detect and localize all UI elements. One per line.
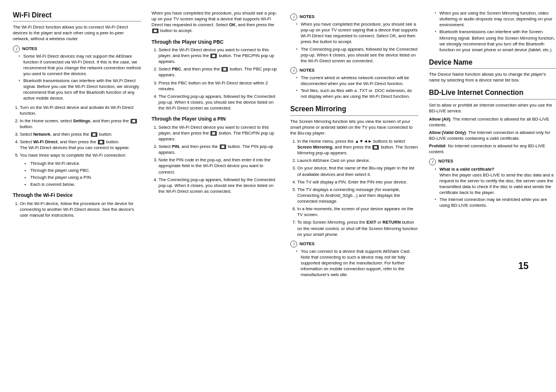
- pin-steps: Select the Wi-Fi Direct device you want …: [152, 125, 280, 195]
- col3-note-4: Text files, such as files with a .TXT or…: [296, 88, 418, 100]
- bd-allow-item-2: Allow (Valid Only): The Internet connect…: [429, 130, 556, 142]
- col3-notes-label-2: 𝑖 NOTES: [290, 67, 418, 74]
- col4-note-1: When you are using the Screen Mirroring …: [435, 10, 556, 28]
- col3-notes-list-2: The current wired or wireless network co…: [290, 75, 418, 100]
- btn-icon-1: [131, 119, 137, 123]
- bd-live-intro: Set to allow or prohibit an Internet con…: [429, 103, 556, 114]
- sm-step-2: Launch AllShare Cast on your device.: [297, 158, 418, 164]
- wifi-step-3: Select Network, and then press the butto…: [20, 132, 141, 137]
- bd-live-title: BD-Live Internet Connection: [429, 88, 556, 99]
- pbc-step-3: Press the PBC button on the Wi-Fi Direct…: [159, 80, 280, 92]
- wifi-direct-intro: The Wi-Fi Direct function allows you to …: [13, 24, 141, 42]
- bd-notes-block: 𝑖 NOTES What is a valid certificate? Whe…: [429, 158, 556, 209]
- column-3: 𝑖 NOTES When you have completed the proc…: [290, 10, 418, 281]
- col3-notes-block-1: 𝑖 NOTES When you have completed the proc…: [290, 13, 418, 64]
- sm-step-1: In the Home menu, press the ▲▼◄► buttons…: [297, 139, 418, 156]
- pin-step-1: Select the Wi-Fi Direct device you want …: [159, 125, 280, 142]
- notes-icon-1: 𝑖: [13, 45, 20, 52]
- col4-note-2: Bluetooth transmissions can interfere wi…: [435, 29, 556, 53]
- wifi-note-1: Some Wi-Fi Direct devices may not suppor…: [19, 54, 141, 77]
- device-name-intro: The Device Name function allows you to c…: [429, 72, 556, 83]
- btn-icon-8: [220, 144, 226, 149]
- sm-notes-list: You can connect to a device that support…: [290, 249, 418, 278]
- wifi-notes-label: 𝑖 NOTES: [13, 45, 141, 52]
- notes-icon-3: 𝑖: [290, 67, 297, 74]
- bd-note-question: What is a valid certificate? When the pl…: [435, 167, 556, 196]
- col2-continuation: When you have completed the procedure, y…: [152, 10, 280, 34]
- bd-note-restricted: The Internet connection may be restricte…: [435, 197, 556, 209]
- btn-icon-5: [210, 54, 217, 58]
- pbc-step-2: Select PBC, and then press the button. T…: [159, 66, 280, 78]
- notes-icon-4: 𝑖: [290, 241, 297, 248]
- sm-note-1: You can connect to a device that support…: [296, 249, 418, 278]
- column-4: When you are using the Screen Mirroring …: [429, 10, 556, 281]
- wifi-step-2: In the Home screen, select Settings, and…: [20, 118, 141, 130]
- screen-mirroring-intro: The Screen Mirroring function lets you v…: [290, 119, 418, 136]
- col4-notes-list: When you are using the Screen Mirroring …: [429, 10, 556, 53]
- wifi-step-4: Select Wi-Fi Direct, and then press the …: [20, 139, 141, 151]
- screen-mirroring-steps: In the Home menu, press the ▲▼◄► buttons…: [290, 139, 418, 238]
- bd-notes-label: 𝑖 NOTES: [429, 158, 556, 165]
- wifi-sub-4: Each is covered below.: [24, 182, 141, 188]
- btn-icon-6: [221, 67, 228, 72]
- notes-icon-2: 𝑖: [290, 13, 297, 20]
- pin-step-4: The Connecting pop-up appears, followed …: [159, 177, 280, 195]
- column-1: Wi-Fi Direct The Wi-Fi Direct function a…: [13, 10, 141, 281]
- wifi-notes-block: 𝑖 NOTES Some Wi-Fi Direct devices may no…: [13, 45, 141, 102]
- through-wifi-device-title: Through the Wi-Fi Device: [13, 192, 141, 199]
- pin-title: Through the Player Using a PIN: [152, 116, 280, 122]
- sm-step-4: The TV will display a PIN. Enter the PIN…: [297, 179, 418, 185]
- wifi-step-5: You have three ways to complete the Wi-F…: [20, 153, 141, 188]
- sm-step-5: The TV displays a connecting message (fo…: [297, 187, 418, 204]
- notes-icon-5: 𝑖: [429, 158, 436, 165]
- wifi-steps-list: Turn on the Wi-Fi direct device and acti…: [13, 105, 141, 188]
- sm-step-6: In a few moments, the screen of your dev…: [297, 206, 418, 218]
- bd-allow-list: Allow (All): The Internet connection is …: [429, 116, 556, 156]
- col3-note-2: The Connecting pop-up appears, followed …: [296, 47, 418, 64]
- bd-allow-item-1: Allow (All): The Internet connection is …: [429, 116, 556, 128]
- wifi-step-1: Turn on the Wi-Fi direct device and acti…: [20, 105, 141, 116]
- pbc-title: Through the Player Using PBC: [152, 39, 280, 45]
- wifi-note-2: Bluetooth transmissions can interfere wi…: [19, 78, 141, 102]
- pbc-step-1: Select the Wi-Fi Direct device you want …: [159, 47, 280, 65]
- wifi-sub-1: Through the Wi-Fi device.: [24, 161, 141, 167]
- wifi-substeps: Through the Wi-Fi device. Through the pl…: [20, 161, 141, 188]
- pbc-steps: Select the Wi-Fi Direct device you want …: [152, 47, 280, 111]
- col3-notes-block-2: 𝑖 NOTES The current wired or wireless ne…: [290, 67, 418, 100]
- screen-mirroring-title: Screen Mirroring: [290, 104, 418, 115]
- pbc-step-4: The Connecting pop-up appears, followed …: [159, 94, 280, 111]
- wifi-notes-list: Some Wi-Fi Direct devices may not suppor…: [13, 54, 141, 102]
- sm-step-7: To stop Screen Mirroring, press the EXIT…: [297, 220, 418, 237]
- pin-step-3: Note the PIN code in the pop-up, and the…: [159, 157, 280, 175]
- pin-step-2: Select PIN, and then press the button. T…: [159, 144, 280, 156]
- through-wifi-device-steps: On the Wi-Fi device, follow the procedur…: [13, 201, 141, 218]
- btn-icon-7: [210, 131, 217, 136]
- bd-allow-item-3: Prohibit: No Internet connection is allo…: [429, 143, 556, 155]
- btn-icon-9: [372, 145, 379, 150]
- page-layout: Wi-Fi Direct The Wi-Fi Direct function a…: [13, 10, 543, 281]
- btn-icon-4: [152, 29, 159, 33]
- device-name-title: Device Name: [429, 58, 556, 69]
- col3-note-1: When you have completed the procedure, y…: [296, 22, 418, 45]
- bd-notes-list: What is a valid certificate? When the pl…: [429, 167, 556, 209]
- sm-step-3: On your device, find the name of the Blu…: [297, 165, 418, 177]
- btn-icon-3: [98, 140, 104, 144]
- col3-notes-list-1: When you have completed the procedure, y…: [290, 22, 418, 64]
- wifi-sub-2: Through the player using PBC.: [24, 168, 141, 174]
- through-wifi-step-1: On the Wi-Fi device, follow the procedur…: [20, 201, 141, 218]
- page-number: 15: [518, 260, 529, 273]
- sm-notes-label: 𝑖 NOTES: [290, 241, 418, 248]
- col3-notes-label-1: 𝑖 NOTES: [290, 13, 418, 20]
- column-2: When you have completed the procedure, y…: [152, 10, 280, 281]
- col3-note-3: The current wired or wireless network co…: [296, 75, 418, 87]
- wifi-sub-3: Through the player using a PIN.: [24, 175, 141, 181]
- sm-notes-block: 𝑖 NOTES You can connect to a device that…: [290, 241, 418, 278]
- wifi-direct-title: Wi-Fi Direct: [13, 10, 141, 22]
- btn-icon-2: [91, 132, 97, 137]
